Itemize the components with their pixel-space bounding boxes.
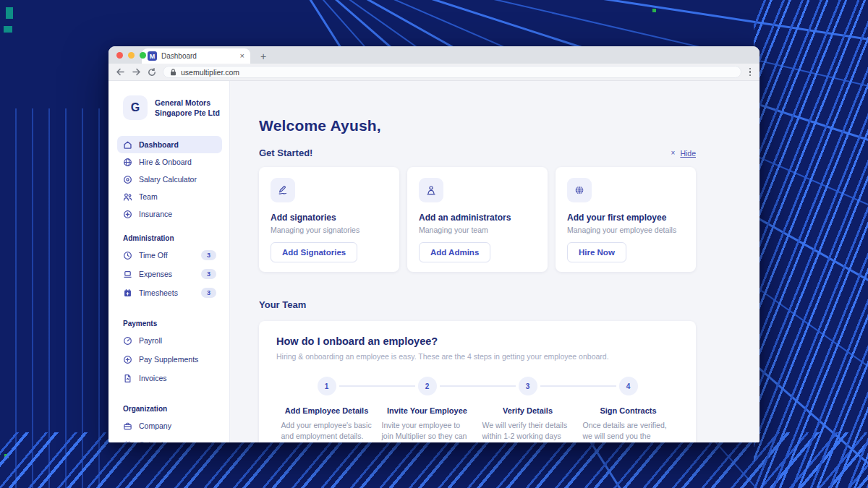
sidebar-item-insurance[interactable]: Insurance [117, 205, 222, 223]
forward-icon[interactable] [132, 67, 141, 77]
get-started-heading: Get Started! [259, 147, 312, 158]
app-content: G General Motors Singapore Pte Ltd Dashb… [109, 81, 760, 442]
step-title: Add Employee Details [276, 406, 377, 415]
section-title-organization: Organization [123, 403, 222, 414]
coin-icon [123, 175, 132, 184]
laptop-icon [123, 270, 132, 279]
minimize-window-button[interactable] [128, 52, 135, 59]
plus-circle-icon [123, 210, 132, 219]
company-header[interactable]: G General Motors Singapore Pte Ltd [123, 95, 222, 120]
card-add-first-employee: Add your first employee Managing your em… [556, 167, 696, 272]
card-title: Add signatories [271, 213, 388, 223]
timesheets-badge: 3 [201, 288, 216, 299]
tab-close-icon[interactable]: × [240, 52, 244, 60]
url-text: usemultiplier.com [181, 68, 239, 77]
step-title: Verify Details [477, 406, 578, 415]
sidebar-item-invoices[interactable]: Invoices [117, 369, 222, 388]
briefcase-icon [123, 421, 132, 431]
add-signatories-button[interactable]: Add Signatories [271, 242, 357, 262]
sidebar-item-pay-supplements[interactable]: Pay Supplements [117, 350, 222, 369]
sidebar-item-payroll[interactable]: Payroll [117, 331, 222, 350]
section-organization: Company Calendar [123, 416, 222, 442]
step-number: 4 [619, 377, 638, 395]
card-title: Add an administrators [419, 213, 536, 223]
browser-menu-icon[interactable] [748, 68, 753, 77]
tab-title: Dashboard [161, 52, 236, 60]
sidebar-item-timesheets[interactable]: Timesheets 3 [117, 283, 222, 302]
step-number: 3 [519, 377, 537, 395]
globe-icon [123, 158, 132, 167]
wallpaper-vertical-lines [0, 108, 109, 488]
browser-tabstrip: M Dashboard × + [109, 46, 760, 64]
section-title-administration: Administration [123, 233, 222, 243]
main-content: Welcome Ayush, Get Started! × Hide Add s… [230, 81, 760, 442]
browser-toolbar: usemultiplier.com [109, 64, 760, 81]
multiplier-favicon: M [148, 51, 157, 61]
sidebar-item-company[interactable]: Company [117, 416, 222, 435]
card-subtitle: Managing your employee details [567, 226, 684, 234]
card-subtitle: Managing your signatories [271, 226, 388, 234]
your-team-heading: Your Team [259, 299, 696, 310]
step-description: Add your employee's basic and employment… [281, 420, 373, 442]
step-title: Sign Contracts [578, 406, 678, 415]
sidebar-item-salary-calculator[interactable]: Salary Calculator [117, 171, 222, 188]
new-tab-button[interactable]: + [260, 51, 266, 61]
card-add-administrators: Add an administrators Managing your team… [407, 167, 548, 272]
sidebar-item-dashboard[interactable]: Dashboard [117, 136, 222, 153]
back-icon[interactable] [116, 67, 125, 77]
step-number: 2 [418, 377, 437, 395]
onboarding-title: How do I onboard an employee? [276, 335, 678, 347]
section-payments: Payroll Pay Supplements Invoices [123, 331, 222, 388]
step-description: Invite your employee to join Multiplier … [382, 420, 473, 442]
close-window-button[interactable] [116, 52, 123, 59]
calendar-icon [123, 440, 132, 443]
card-subtitle: Managing your team [419, 226, 536, 234]
get-started-row: Get Started! × Hide [259, 147, 696, 158]
refresh-icon[interactable] [148, 68, 156, 77]
browser-window: M Dashboard × + usemultiplier.com G [109, 46, 760, 442]
gauge-icon [123, 336, 132, 346]
section-administration: Time Off 3 Expenses 3 Timesheets 3 [123, 246, 222, 302]
add-admins-button[interactable]: Add Admins [419, 242, 490, 262]
sidebar: G General Motors Singapore Pte Ltd Dashb… [109, 81, 230, 442]
dismiss-x-icon[interactable]: × [671, 150, 676, 157]
card-title: Add your first employee [567, 213, 684, 223]
step-number: 1 [318, 377, 336, 395]
lock-icon [170, 69, 176, 76]
signature-pen-icon [271, 178, 295, 202]
step-description: Once details are verified, we will send … [583, 420, 674, 442]
hire-now-button[interactable]: Hire Now [567, 242, 626, 262]
expenses-badge: 3 [201, 269, 216, 280]
hide-link[interactable]: × Hide [671, 149, 696, 158]
clock-icon [123, 251, 132, 260]
wallpaper-right-stripes [754, 0, 868, 488]
sidebar-item-hire-onboard[interactable]: Hire & Onboard [117, 153, 222, 171]
step-description: We will verify their details within 1-2 … [482, 420, 574, 442]
step-title: Invite Your Employee [377, 406, 477, 415]
sidebar-item-team[interactable]: Team [117, 188, 222, 205]
admin-person-icon [419, 178, 443, 202]
globe-filled-icon [567, 178, 592, 202]
url-bar[interactable]: usemultiplier.com [163, 66, 741, 78]
onboarding-steps: 1 Add Employee Details Add your employee… [276, 377, 678, 442]
get-started-cards: Add signatories Managing your signatorie… [259, 167, 696, 272]
time-off-badge: 3 [201, 250, 216, 261]
onboarding-subtitle: Hiring & onboarding an employee is easy.… [276, 352, 678, 361]
browser-tab[interactable]: M Dashboard × [142, 48, 250, 64]
document-icon [123, 374, 132, 383]
welcome-heading: Welcome Ayush, [259, 117, 696, 134]
onboarding-card: How do I onboard an employee? Hiring & o… [259, 321, 696, 442]
people-icon [123, 192, 132, 202]
calendar-filled-icon [123, 288, 132, 298]
home-icon [123, 140, 132, 150]
sidebar-item-calendar[interactable]: Calendar [117, 435, 222, 442]
sidebar-item-expenses[interactable]: Expenses 3 [117, 265, 222, 283]
company-name: General Motors Singapore Pte Ltd [155, 98, 220, 118]
plus-circle-icon [123, 355, 132, 364]
sidebar-item-time-off[interactable]: Time Off 3 [117, 246, 222, 265]
card-add-signatories: Add signatories Managing your signatorie… [259, 167, 399, 272]
maximize-window-button[interactable] [140, 52, 146, 59]
company-avatar: G [123, 95, 148, 120]
window-controls [116, 52, 146, 59]
step-4: 4 Sign Contracts Once details are verifi… [578, 377, 678, 442]
